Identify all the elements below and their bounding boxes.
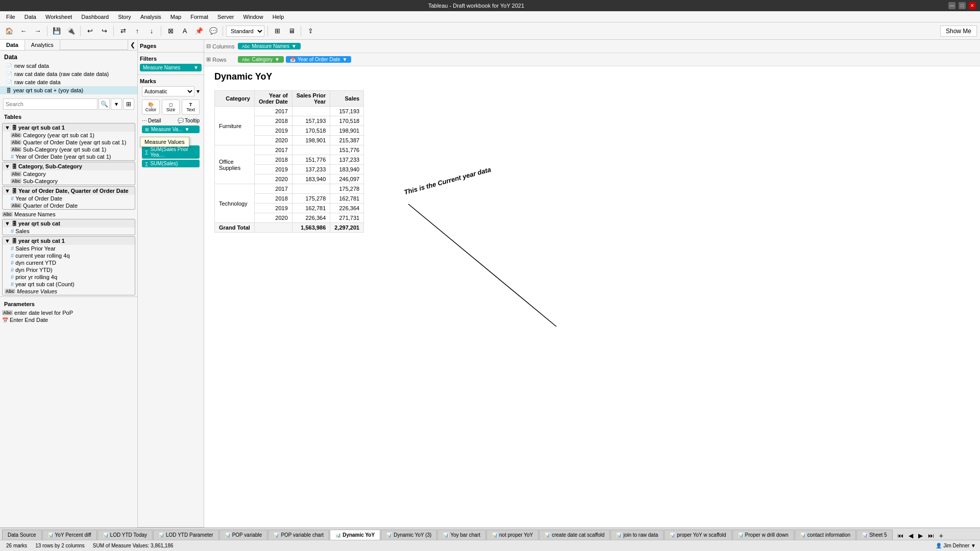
tree-category-cs[interactable]: Abc Category: [3, 170, 135, 178]
toolbar-back[interactable]: ←: [17, 25, 30, 37]
measure-va-chip[interactable]: ⊞ Measure Va... ▼: [142, 126, 200, 133]
toolbar-pin[interactable]: 📌: [193, 25, 205, 37]
tab-analytics[interactable]: Analytics: [25, 40, 60, 50]
tree-subcat-yr[interactable]: Abc Sub-Category (year qrt sub cat 1): [3, 146, 135, 153]
collapse-panel-btn[interactable]: ❮: [128, 40, 137, 50]
view-icon-btn[interactable]: ⊞: [123, 98, 134, 110]
tree-enter-end-date[interactable]: 📅 Enter End Date: [0, 316, 137, 323]
menu-format[interactable]: Format: [186, 13, 212, 21]
group-header-yqrsc1[interactable]: ▼ 🗄 year qrt sub cat 1: [3, 237, 135, 245]
data-section-header[interactable]: Data: [0, 53, 137, 62]
tree-dyn-curr[interactable]: # dyn current YTD: [3, 259, 135, 266]
filter-measure-names[interactable]: Measure Names ▼: [140, 64, 202, 71]
tab-yoy-percent-diff[interactable]: 📊 YoY Percent diff: [42, 530, 97, 540]
marks-text-btn[interactable]: T Text: [182, 99, 200, 115]
tree-sales-yqrs[interactable]: # Sales: [3, 228, 135, 235]
tree-quarter-yq[interactable]: Abc Quarter of Order Date: [3, 202, 135, 209]
group-header-yearqtr[interactable]: ▼ 🗄 Year of Order Date, Quarter of Order…: [3, 187, 135, 195]
data-source-raw-cate[interactable]: 📄 raw cate date data: [0, 78, 137, 86]
toolbar-mark-labels[interactable]: A: [179, 25, 191, 37]
tab-dynamic-yoy-3[interactable]: 📊 Dynamic YoY (3): [381, 530, 437, 540]
standard-dropdown[interactable]: Standard: [226, 26, 264, 37]
toolbar-redo[interactable]: ↪: [98, 25, 110, 37]
tree-measure-values[interactable]: Abc Measure Values: [3, 288, 135, 295]
tab-pop-variable-chart[interactable]: 📊 POP variable chart: [268, 530, 329, 540]
tree-sales-prior[interactable]: # Sales Prior Year: [3, 245, 135, 252]
tree-year-yq[interactable]: # Year of Order Date: [3, 195, 135, 202]
toolbar-sort-asc[interactable]: ↑: [131, 25, 143, 37]
tab-contact-info[interactable]: 📊 contact information: [795, 530, 856, 540]
toolbar-tooltip[interactable]: 💬: [207, 25, 219, 37]
menu-data[interactable]: Data: [20, 13, 40, 21]
toolbar-home[interactable]: 🏠: [3, 25, 15, 37]
mv-chip-sales[interactable]: ∑ SUM(Sales): [142, 160, 200, 167]
toolbar-grid[interactable]: ⊞: [271, 25, 283, 37]
user-dropdown-arrow[interactable]: ▼: [971, 543, 976, 548]
tree-count[interactable]: # year qrt sub cat (Count): [3, 281, 135, 288]
menu-file[interactable]: File: [2, 13, 19, 21]
menu-analysis[interactable]: Analysis: [136, 13, 165, 21]
filter-icon-btn[interactable]: ▾: [111, 98, 122, 110]
tree-dyn-prior[interactable]: # dyn Prior YTD): [3, 266, 135, 273]
search-input[interactable]: [3, 98, 97, 110]
data-source-year-qrt[interactable]: 🗄 year qrt sub cat + (yoy data): [0, 86, 137, 94]
rows-pill-category[interactable]: Abc Category ▼: [238, 56, 284, 63]
tree-prior-rolling[interactable]: # prior yr rolling 4q: [3, 273, 135, 281]
menu-help[interactable]: Help: [268, 13, 288, 21]
tab-not-proper-yoy[interactable]: 📊 not proper YoY: [486, 530, 538, 540]
mv-chip-sales-prior[interactable]: ∑ SUM(Sales Prior Yea....: [142, 145, 200, 159]
close-btn[interactable]: ✕: [969, 2, 976, 9]
tab-data-source[interactable]: Data Source: [2, 530, 42, 540]
group-header-yqrs[interactable]: ▼ 🗄 year qrt sub cat: [3, 219, 135, 228]
tab-nav-next[interactable]: ▶: [916, 532, 925, 539]
minimize-btn[interactable]: —: [948, 2, 955, 9]
tab-join-raw[interactable]: 📊 join to raw data: [610, 530, 664, 540]
tab-proper-yoy-scaffold[interactable]: 📊 proper YoY w scaffold: [664, 530, 731, 540]
marks-color-btn[interactable]: 🎨 Color: [142, 99, 160, 115]
tab-nav-first[interactable]: ⏮: [895, 532, 905, 539]
data-source-raw-cat-date[interactable]: 📄 raw cat date data (raw cate date data): [0, 70, 137, 78]
tab-lod-ytd-today[interactable]: 📊 LOD YTD Today: [97, 530, 153, 540]
tree-year-yr[interactable]: # Year of Order Date (year qrt sub cat 1…: [3, 153, 135, 160]
toolbar-swap[interactable]: ⇄: [117, 25, 129, 37]
toolbar-save[interactable]: 💾: [51, 25, 63, 37]
menu-story[interactable]: Story: [114, 13, 135, 21]
marks-type-select[interactable]: Automatic Bar Line Area Text: [142, 86, 194, 96]
tree-enter-date[interactable]: Abc enter date level for PoP: [0, 309, 137, 316]
tree-subcat-cs[interactable]: Abc Sub-Category: [3, 178, 135, 185]
data-source-new-scaf[interactable]: 📄 new scaf data: [0, 62, 137, 70]
toolbar-sort-desc[interactable]: ↓: [145, 25, 158, 37]
tree-category-yr[interactable]: Abc Category (year qrt sub cat 1): [3, 132, 135, 139]
menu-window[interactable]: Window: [239, 13, 267, 21]
tab-create-date-cat[interactable]: 📊 create date cat scaffold: [539, 530, 610, 540]
toolbar-share[interactable]: ⇪: [304, 25, 316, 37]
tab-nav-prev[interactable]: ◀: [906, 532, 915, 539]
toolbar-forward[interactable]: →: [32, 25, 44, 37]
tab-sheet-5[interactable]: 📊 Sheet 5: [856, 530, 892, 540]
toolbar-undo[interactable]: ↩: [84, 25, 96, 37]
menu-map[interactable]: Map: [166, 13, 185, 21]
toolbar-filter[interactable]: ⊠: [164, 25, 177, 37]
marks-detail-row[interactable]: ⋯ Detail 💬 Tooltip: [140, 117, 202, 124]
menu-worksheet[interactable]: Worksheet: [41, 13, 76, 21]
menu-dashboard[interactable]: Dashboard: [77, 13, 113, 21]
toolbar-new-datasource[interactable]: 🔌: [65, 25, 77, 37]
group-header-catsubcat[interactable]: ▼ 🗄 Category, Sub-Category: [3, 162, 135, 170]
group-header-1[interactable]: ▼ 🗄 year qrt sub cat 1: [3, 123, 135, 132]
tab-lod-ytd-param[interactable]: 📊 LOD YTD Parameter: [153, 530, 219, 540]
tab-dynamic-yoy[interactable]: 📊 Dynamic YoY: [330, 530, 380, 540]
columns-pill-measure-names[interactable]: Abc Measure Names ▼: [238, 43, 301, 49]
tab-yoy-bar-chart[interactable]: 📊 Yoy bar chart: [437, 530, 486, 540]
tree-curr-rolling[interactable]: # current year rolling 4q: [3, 252, 135, 259]
maximize-btn[interactable]: □: [959, 2, 966, 9]
toolbar-monitor[interactable]: 🖥: [285, 25, 298, 37]
tree-measure-names[interactable]: Abc Measure Names: [0, 211, 137, 218]
rows-pill-year[interactable]: 📅 Year of Order Date ▼: [286, 56, 351, 63]
show-me-button[interactable]: Show Me: [940, 26, 977, 37]
tab-pop-variable[interactable]: 📊 POP variable: [219, 530, 268, 540]
marks-size-btn[interactable]: ◻ Size: [162, 99, 180, 115]
tab-nav-last[interactable]: ⏭: [926, 532, 936, 539]
tree-quarter-yr[interactable]: Abc Quarter of Order Date (year qrt sub …: [3, 139, 135, 146]
menu-server[interactable]: Server: [213, 13, 238, 21]
tab-proper-drill-down[interactable]: 📊 Proper w drill down: [732, 530, 794, 540]
